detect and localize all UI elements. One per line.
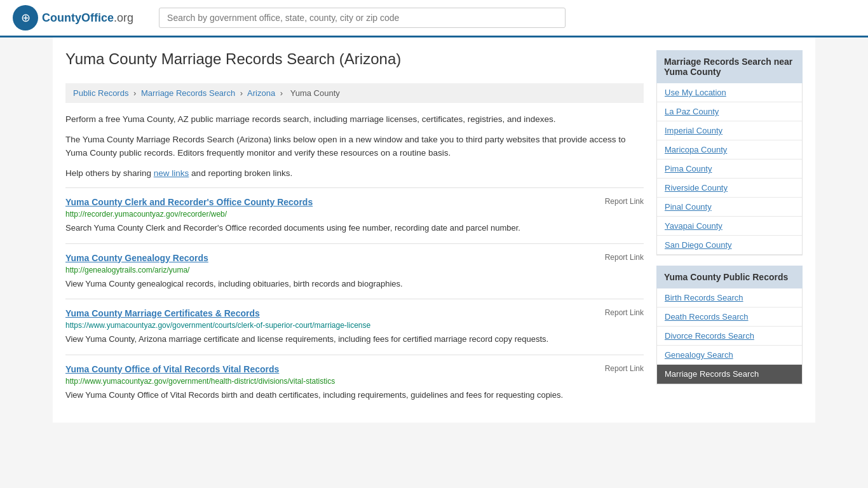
- breadcrumb-public-records[interactable]: Public Records: [73, 88, 128, 98]
- logo[interactable]: ⊕ CountyOffice.org: [13, 5, 133, 30]
- record-item-3: Yuma County Office of Vital Records Vita…: [65, 355, 644, 410]
- record-title-3[interactable]: Yuma County Office of Vital Records Vita…: [65, 364, 279, 374]
- nearby-link-0[interactable]: Use My Location: [657, 83, 802, 102]
- nearby-section: Marriage Records Search near Yuma County…: [656, 50, 803, 255]
- breadcrumb-arizona[interactable]: Arizona: [247, 88, 275, 98]
- sidebar: Marriage Records Search near Yuma County…: [656, 50, 803, 410]
- breadcrumb: Public Records › Marriage Records Search…: [65, 83, 644, 103]
- logo-text: CountyOffice.org: [42, 11, 133, 25]
- description-2: The Yuma County Marriage Records Search …: [65, 133, 644, 159]
- record-title-1[interactable]: Yuma County Genealogy Records: [65, 253, 208, 263]
- report-link-3[interactable]: Report Link: [605, 364, 644, 373]
- breadcrumb-yuma-county: Yuma County: [290, 88, 340, 98]
- record-url-2: https://www.yumacountyaz.gov/government/…: [65, 321, 644, 330]
- nearby-link-8[interactable]: San Diego County: [657, 236, 802, 255]
- nearby-link-4[interactable]: Pima County: [657, 159, 802, 179]
- record-title-2[interactable]: Yuma County Marriage Certificates & Reco…: [65, 308, 260, 318]
- public-records-links: Birth Records SearchDeath Records Search…: [656, 288, 803, 384]
- nearby-header: Marriage Records Search near Yuma County: [656, 50, 803, 83]
- search-input[interactable]: [159, 8, 566, 28]
- record-url-3: http://www.yumacountyaz.gov/government/h…: [65, 377, 644, 386]
- public-records-link-4[interactable]: Marriage Records Search: [657, 365, 802, 384]
- public-records-link-0[interactable]: Birth Records Search: [657, 288, 802, 308]
- public-records-link-1[interactable]: Death Records Search: [657, 308, 802, 327]
- logo-icon: ⊕: [13, 5, 38, 30]
- record-desc-1: View Yuma County genealogical records, i…: [65, 278, 644, 290]
- record-item-0: Yuma County Clerk and Recorder's Office …: [65, 187, 644, 243]
- nearby-link-3[interactable]: Maricopa County: [657, 140, 802, 159]
- nearby-links: Use My LocationLa Paz CountyImperial Cou…: [656, 83, 803, 255]
- record-item-2: Yuma County Marriage Certificates & Reco…: [65, 299, 644, 355]
- report-link-1[interactable]: Report Link: [605, 253, 644, 262]
- breadcrumb-marriage-records[interactable]: Marriage Records Search: [141, 88, 235, 98]
- record-url-0: http://recorder.yumacountyaz.gov/recorde…: [65, 210, 644, 219]
- public-records-link-3[interactable]: Genealogy Search: [657, 346, 802, 365]
- public-records-section: Yuma County Public Records Birth Records…: [656, 266, 803, 384]
- new-links-link[interactable]: new links: [154, 168, 189, 178]
- description-3: Help others by sharing new links and rep…: [65, 167, 644, 180]
- report-link-0[interactable]: Report Link: [605, 197, 644, 206]
- nearby-link-6[interactable]: Pinal County: [657, 198, 802, 217]
- report-link-2[interactable]: Report Link: [605, 308, 644, 317]
- record-desc-0: Search Yuma County Clerk and Recorder's …: [65, 222, 644, 234]
- nearby-link-5[interactable]: Riverside County: [657, 179, 802, 198]
- record-title-0[interactable]: Yuma County Clerk and Recorder's Office …: [65, 197, 313, 207]
- public-records-header: Yuma County Public Records: [656, 266, 803, 288]
- record-url-1: http://genealogytrails.com/ariz/yuma/: [65, 266, 644, 274]
- nearby-link-2[interactable]: Imperial County: [657, 121, 802, 140]
- nearby-link-1[interactable]: La Paz County: [657, 102, 802, 121]
- page-title: Yuma County Marriage Records Search (Ari…: [65, 50, 644, 74]
- public-records-link-2[interactable]: Divorce Records Search: [657, 327, 802, 346]
- record-item-1: Yuma County Genealogy Records Report Lin…: [65, 243, 644, 299]
- records-list: Yuma County Clerk and Recorder's Office …: [65, 187, 644, 410]
- record-desc-3: View Yuma County Office of Vital Records…: [65, 389, 644, 402]
- record-desc-2: View Yuma County, Arizona marriage certi…: [65, 333, 644, 346]
- description-1: Perform a free Yuma County, AZ public ma…: [65, 113, 644, 126]
- nearby-link-7[interactable]: Yavapai County: [657, 217, 802, 236]
